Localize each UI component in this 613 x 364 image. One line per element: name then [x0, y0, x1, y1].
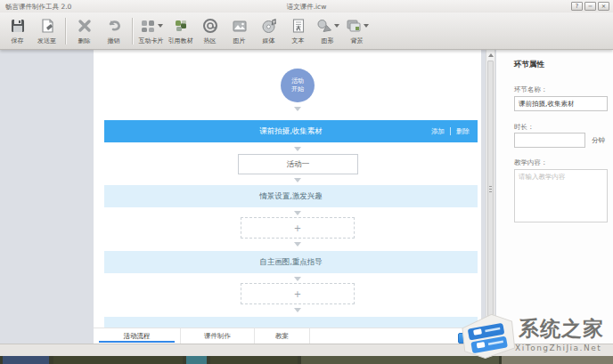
desktop-taskbar [0, 356, 613, 364]
stage-bar[interactable]: 自主画图,重点指导 [104, 251, 478, 273]
tab-courseware-making[interactable]: 课件制作 [181, 328, 255, 344]
activity-node[interactable]: 活动一 [238, 154, 358, 174]
delete-button[interactable]: 删除 [69, 14, 99, 48]
delete-x-icon [77, 18, 93, 34]
dropdown-caret-icon [158, 24, 163, 28]
stage-delete-link[interactable]: 删除 [456, 127, 470, 136]
hotzone-button[interactable]: 热区 [195, 14, 225, 48]
flow-start-node[interactable]: 活动 开始 [281, 69, 315, 102]
title-bar: 畅言课件制作工具 2.0 语文课件.icw ? − × [0, 0, 613, 12]
dropdown-caret-icon [334, 24, 339, 28]
interactive-card-button[interactable]: 互动卡片 [136, 14, 166, 48]
add-activity-placeholder[interactable]: + [241, 283, 355, 304]
shapes-button[interactable]: 图形 [313, 14, 342, 48]
send-to-button[interactable]: 发送至 [32, 14, 61, 48]
stage-bar-selected[interactable]: 课前拍摄,收集素材 添加 删除 [104, 120, 478, 142]
taskbar-tray[interactable] [502, 356, 613, 364]
bottom-primary-button[interactable] [458, 333, 486, 344]
media-button[interactable]: 媒体 [254, 14, 283, 48]
image-icon [232, 18, 248, 34]
stage-name-input[interactable] [514, 96, 608, 111]
textbook-grid-icon [173, 18, 189, 34]
taskbar-item[interactable] [3, 356, 49, 364]
window-controls: ? − × [571, 2, 609, 11]
stage-bar[interactable]: 情景设置,激发兴趣 [104, 185, 478, 207]
tab-lesson-plan[interactable]: 教案 [255, 328, 310, 344]
undo-button[interactable]: 撤销 [99, 14, 128, 48]
divider [450, 127, 451, 135]
help-button[interactable]: ? [571, 2, 583, 11]
properties-panel: 环节属性 环节名称 : 时长 : 分钟 教学内容 : [496, 50, 613, 344]
taskbar-item[interactable] [301, 356, 499, 364]
cards-grid-icon [140, 18, 156, 34]
media-disc-icon [261, 18, 277, 34]
cite-textbook-button[interactable]: 引用教材 [166, 14, 195, 48]
duration-input[interactable] [514, 133, 585, 148]
flow-arrow-icon [294, 242, 301, 247]
tab-activity-flow[interactable]: 活动流程 [94, 328, 181, 344]
stage-actions: 添加 删除 [431, 120, 470, 142]
add-activity-placeholder[interactable]: + [241, 217, 355, 239]
send-document-icon [39, 18, 55, 34]
bottom-tab-bar: 活动流程 课件制作 教案 [94, 328, 495, 344]
text-button[interactable]: 文本 [283, 14, 313, 48]
toolbar-separator [65, 18, 66, 44]
scrollbar-grip-icon [489, 186, 492, 192]
flow-arrow-icon [294, 178, 301, 182]
text-document-icon [290, 18, 306, 34]
save-button[interactable]: 保存 [3, 14, 32, 48]
taskbar-item[interactable] [210, 356, 298, 364]
background-button[interactable]: 背景 [342, 14, 372, 48]
hotzone-at-icon [202, 18, 218, 34]
image-button[interactable]: 图片 [225, 14, 254, 48]
stage-name-label: 环节名称 : [514, 85, 545, 94]
undo-arrow-icon [106, 18, 122, 34]
vertical-scrollbar[interactable] [486, 50, 495, 356]
flow-arrow-icon [294, 308, 301, 312]
shapes-icon [316, 18, 332, 34]
background-layers-icon [346, 18, 362, 34]
courseware-editor-window: 畅言课件制作工具 2.0 语文课件.icw ? − × 保存 发送至 删除 [0, 0, 613, 364]
flow-arrow-icon [294, 211, 301, 215]
duration-label: 时长 : [514, 123, 532, 132]
main-toolbar: 保存 发送至 删除 撤销 [0, 12, 613, 50]
document-title: 语文课件.icw [0, 3, 613, 12]
duration-unit: 分钟 [592, 136, 605, 145]
floppy-icon [10, 18, 26, 34]
stage-add-link[interactable]: 添加 [431, 127, 445, 136]
scrollbar-thumb[interactable] [487, 61, 494, 328]
teaching-content-label: 教学内容 : [514, 158, 545, 167]
taskbar-item[interactable] [53, 356, 183, 364]
taskbar-item[interactable] [186, 356, 207, 364]
status-strip [0, 344, 613, 356]
minimize-button[interactable]: − [584, 2, 596, 11]
scroll-down-icon[interactable] [488, 349, 494, 352]
flow-arrow-icon [294, 107, 301, 111]
close-button[interactable]: × [598, 2, 609, 11]
flow-canvas: 活动 开始 课前拍摄,收集素材 添加 删除 活动一 情景设置,激发兴趣 + 自主 [94, 50, 481, 328]
flow-arrow-icon [294, 277, 301, 281]
scroll-up-icon[interactable] [488, 53, 494, 57]
panel-title: 环节属性 [514, 60, 544, 70]
toolbar-separator [132, 18, 133, 44]
teaching-content-textarea[interactable] [514, 169, 608, 222]
dropdown-caret-icon [364, 24, 369, 28]
flow-arrow-icon [294, 147, 301, 151]
